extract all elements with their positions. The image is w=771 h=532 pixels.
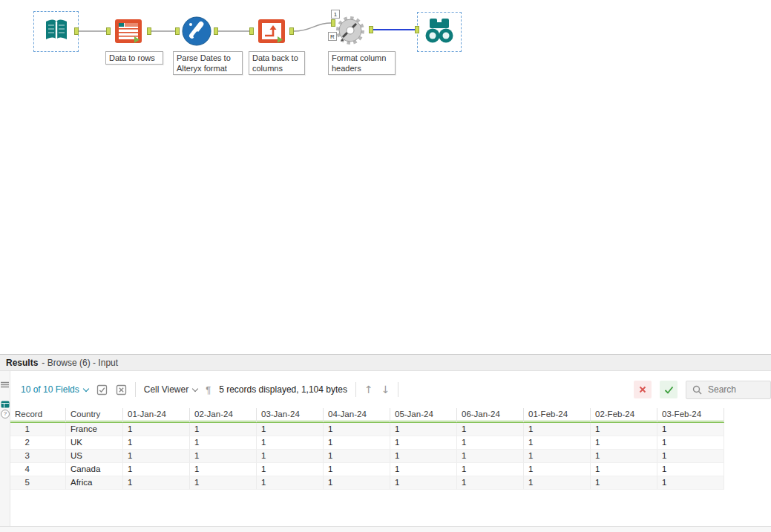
value-cell[interactable]: 1 bbox=[390, 463, 457, 476]
value-cell[interactable]: 1 bbox=[457, 436, 524, 450]
value-cell[interactable]: 1 bbox=[390, 423, 457, 436]
tool-datetime[interactable] bbox=[180, 15, 213, 50]
value-cell[interactable]: 1 bbox=[591, 450, 657, 463]
value-cell[interactable]: 1 bbox=[524, 436, 591, 450]
cell-viewer-dropdown[interactable]: Cell Viewer bbox=[144, 384, 197, 395]
country-cell[interactable]: Africa bbox=[66, 476, 123, 490]
whitespace-toggle-icon[interactable]: ¶ bbox=[206, 384, 211, 395]
deselect-all-icon[interactable] bbox=[116, 384, 127, 395]
value-cell[interactable]: 1 bbox=[257, 450, 324, 463]
output-anchor[interactable] bbox=[289, 27, 294, 35]
value-cell[interactable]: 1 bbox=[123, 476, 190, 490]
value-cell[interactable]: 1 bbox=[524, 476, 591, 490]
value-cell[interactable]: 1 bbox=[657, 450, 724, 463]
value-cell[interactable]: 1 bbox=[657, 476, 724, 490]
value-cell[interactable]: 1 bbox=[591, 476, 657, 490]
help-icon[interactable]: ? bbox=[1, 410, 10, 418]
value-cell[interactable]: 1 bbox=[324, 450, 390, 463]
country-cell[interactable]: US bbox=[66, 450, 123, 463]
value-cell[interactable]: 1 bbox=[190, 450, 257, 463]
record-cell[interactable]: 4 bbox=[10, 463, 66, 476]
column-header[interactable]: 03-Jan-24 bbox=[257, 408, 324, 423]
output-anchor[interactable] bbox=[214, 27, 218, 35]
column-header[interactable]: 01-Jan-24 bbox=[123, 408, 190, 423]
tool-browse[interactable] bbox=[423, 16, 456, 47]
value-cell[interactable]: 1 bbox=[324, 436, 390, 450]
record-cell[interactable]: 3 bbox=[10, 450, 66, 463]
arrow-down-icon[interactable]: ↓ bbox=[381, 384, 390, 395]
column-header[interactable]: 05-Jan-24 bbox=[390, 408, 457, 423]
value-cell[interactable]: 1 bbox=[123, 423, 190, 436]
input-anchor[interactable] bbox=[175, 27, 180, 35]
value-cell[interactable]: 1 bbox=[324, 463, 390, 476]
country-cell[interactable]: Canada bbox=[66, 463, 123, 476]
value-cell[interactable]: 1 bbox=[123, 436, 190, 450]
value-cell[interactable]: 1 bbox=[657, 463, 724, 476]
input-anchor[interactable] bbox=[415, 26, 419, 33]
value-cell[interactable]: 1 bbox=[657, 423, 724, 436]
value-cell[interactable]: 1 bbox=[123, 463, 190, 476]
value-cell[interactable]: 1 bbox=[190, 463, 257, 476]
value-cell[interactable]: 1 bbox=[657, 436, 724, 450]
column-header[interactable]: 01-Feb-24 bbox=[524, 408, 591, 423]
value-cell[interactable]: 1 bbox=[591, 436, 657, 450]
value-cell[interactable]: 1 bbox=[324, 476, 390, 490]
value-cell[interactable]: 1 bbox=[591, 423, 657, 436]
value-cell[interactable]: 1 bbox=[257, 436, 324, 450]
value-cell[interactable]: 1 bbox=[524, 450, 591, 463]
value-cell[interactable]: 1 bbox=[257, 476, 324, 490]
value-cell[interactable]: 1 bbox=[524, 423, 591, 436]
output-anchor[interactable] bbox=[147, 27, 151, 35]
search-input[interactable] bbox=[706, 384, 760, 395]
value-cell[interactable]: 1 bbox=[390, 476, 457, 490]
column-header[interactable]: 02-Jan-24 bbox=[190, 408, 257, 423]
value-cell[interactable]: 1 bbox=[457, 450, 524, 463]
record-cell[interactable]: 2 bbox=[10, 436, 66, 450]
value-cell[interactable]: 1 bbox=[257, 463, 324, 476]
tool-input-data[interactable] bbox=[41, 15, 72, 49]
value-cell[interactable]: 1 bbox=[457, 476, 524, 490]
record-cell[interactable]: 1 bbox=[10, 423, 66, 436]
anchor-label-1[interactable]: 1 bbox=[331, 10, 340, 19]
column-header[interactable]: 04-Jan-24 bbox=[324, 408, 390, 423]
record-cell[interactable]: 5 bbox=[10, 476, 66, 490]
value-cell[interactable]: 1 bbox=[390, 450, 457, 463]
column-header[interactable]: Country bbox=[66, 408, 123, 423]
column-header[interactable]: 02-Feb-24 bbox=[591, 408, 657, 423]
value-cell[interactable]: 1 bbox=[257, 423, 324, 436]
annotation-data-to-rows[interactable]: Data to rows bbox=[105, 51, 163, 65]
cancel-button[interactable] bbox=[634, 381, 652, 398]
apply-button[interactable] bbox=[660, 381, 678, 398]
value-cell[interactable]: 1 bbox=[190, 423, 257, 436]
input-anchor[interactable] bbox=[249, 27, 254, 35]
input-anchor[interactable] bbox=[106, 27, 111, 35]
select-all-icon[interactable] bbox=[96, 384, 108, 395]
annotation-format-column-headers[interactable]: Format column headers bbox=[328, 51, 396, 75]
horizontal-scrollbar[interactable] bbox=[0, 526, 771, 532]
workflow-canvas[interactable]: 1 R Data to rows Parse Dates to Alteryx … bbox=[0, 0, 771, 354]
output-anchor[interactable] bbox=[74, 27, 79, 35]
connection-crosstab-to-dynamicrename[interactable] bbox=[294, 23, 331, 31]
output-anchor[interactable] bbox=[369, 26, 373, 33]
column-header[interactable]: 06-Jan-24 bbox=[457, 408, 524, 423]
value-cell[interactable]: 1 bbox=[324, 423, 390, 436]
column-header[interactable]: 03-Feb-24 bbox=[657, 408, 724, 423]
value-cell[interactable]: 1 bbox=[123, 450, 190, 463]
column-header[interactable]: Record bbox=[10, 408, 66, 423]
value-cell[interactable]: 1 bbox=[591, 463, 657, 476]
arrow-up-icon[interactable]: ↑ bbox=[364, 384, 373, 395]
input-anchor-top[interactable] bbox=[331, 19, 335, 27]
value-cell[interactable]: 1 bbox=[190, 436, 257, 450]
tool-cross-tab[interactable] bbox=[255, 18, 289, 47]
value-cell[interactable]: 1 bbox=[190, 476, 257, 490]
value-cell[interactable]: 1 bbox=[457, 463, 524, 476]
anchor-label-r[interactable]: R bbox=[328, 32, 337, 41]
value-cell[interactable]: 1 bbox=[390, 436, 457, 450]
value-cell[interactable]: 1 bbox=[524, 463, 591, 476]
country-cell[interactable]: UK bbox=[66, 436, 123, 450]
search-box[interactable] bbox=[686, 381, 771, 399]
annotation-parse-dates[interactable]: Parse Dates to Alteryx format bbox=[173, 51, 243, 75]
tool-text-to-columns[interactable] bbox=[111, 18, 145, 47]
menu-icon[interactable] bbox=[1, 378, 9, 391]
annotation-data-back-to-columns[interactable]: Data back to columns bbox=[249, 51, 305, 75]
